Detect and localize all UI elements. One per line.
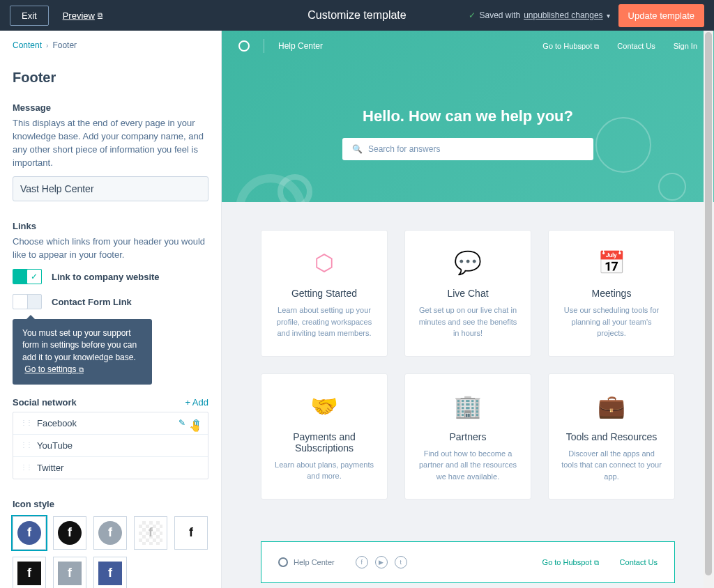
card-desc: Use our scheduling tools for planning al…	[560, 304, 663, 339]
icon-style-option-3[interactable]: f	[93, 516, 127, 550]
card-live-chat[interactable]: 💬 Live Chat Get set up on our live chat …	[404, 230, 531, 357]
toggle-switch-company[interactable]: ✓	[13, 269, 42, 284]
preview-footer: Help Center f ▶ t Go to Hubspot ⧉ Contac…	[261, 541, 675, 583]
go-to-settings-link[interactable]: Go to settings ⧉	[24, 364, 83, 374]
icon-style-option-8[interactable]: f	[93, 557, 127, 588]
preview-link-label: Preview	[63, 10, 95, 21]
contact-form-tooltip: You must set up your support form in set…	[13, 319, 152, 385]
card-desc: Get set up on our live chat in minutes a…	[416, 304, 519, 339]
edit-icon[interactable]: ✎	[178, 418, 185, 428]
list-item[interactable]: ⋮⋮ YouTube	[13, 435, 208, 457]
toggle-company-website: ✓ Link to company website	[13, 269, 208, 284]
toggle-label: Contact Form Link	[52, 297, 132, 307]
breadcrumb-current: Footer	[52, 40, 77, 50]
external-link-icon: ⧉	[594, 559, 599, 566]
nav-sign-in[interactable]: Sign In	[674, 42, 697, 51]
drag-handle-icon[interactable]: ⋮⋮	[20, 421, 31, 425]
breadcrumb: Content › Footer	[13, 40, 208, 50]
social-item-label: Twitter	[37, 463, 63, 473]
drag-handle-icon[interactable]: ⋮⋮	[20, 465, 31, 470]
message-help: This displays at the end of every page i…	[13, 117, 208, 169]
chevron-right-icon: ›	[46, 42, 48, 49]
footer-contact-us[interactable]: Contact Us	[620, 558, 658, 567]
preview-header: Help Center Go to Hubspot ⧉ Contact Us S…	[222, 31, 714, 202]
twitter-icon[interactable]: t	[395, 556, 407, 568]
icon-style-option-6[interactable]: f	[13, 557, 46, 588]
message-input[interactable]	[13, 176, 208, 201]
links-help: Choose which links from your header you …	[13, 235, 208, 262]
message-label: Message	[13, 102, 208, 113]
preview-hero: Hello. How can we help you? 🔍 Search for…	[222, 61, 714, 202]
sprocket-icon	[238, 40, 250, 52]
toggle-switch-contact[interactable]	[13, 294, 42, 309]
card-payments[interactable]: 🤝 Payments and Subscriptions Learn about…	[261, 373, 388, 500]
card-desc: Learn about plans, payments and more.	[273, 459, 376, 482]
card-tools[interactable]: 💼 Tools and Resources Discover all the a…	[548, 373, 675, 500]
card-title: Payments and Subscriptions	[273, 431, 376, 454]
tooltip-text: You must set up your support form in set…	[22, 328, 137, 362]
preview-search[interactable]: 🔍 Search for answers	[342, 138, 593, 160]
youtube-icon[interactable]: ▶	[375, 556, 388, 568]
chevron-down-icon[interactable]: ▾	[607, 12, 610, 20]
saved-prefix: Saved with	[479, 10, 520, 20]
footer-social: f ▶ t	[356, 556, 407, 568]
card-meetings[interactable]: 📅 Meetings Use our scheduling tools for …	[548, 230, 675, 357]
preview-nav: Help Center Go to Hubspot ⧉ Contact Us S…	[222, 31, 714, 61]
briefcase-icon: 💼	[560, 391, 663, 421]
card-title: Meetings	[560, 288, 663, 299]
social-network-list: ⋮⋮ Facebook ✎ 🗑 👆 ⋮⋮ YouTube ⋮⋮ Twitter	[13, 412, 208, 479]
card-desc: Find out how to become a partner and all…	[416, 448, 519, 483]
list-item[interactable]: ⋮⋮ Facebook ✎ 🗑 👆	[13, 412, 208, 435]
social-item-label: YouTube	[37, 440, 73, 451]
template-preview: Help Center Go to Hubspot ⧉ Contact Us S…	[222, 31, 714, 588]
icon-style-option-2[interactable]: f	[53, 516, 86, 550]
icon-style-option-5[interactable]: f	[174, 516, 208, 550]
exit-button[interactable]: Exit	[10, 6, 49, 26]
calendar-icon: 📅	[560, 247, 663, 278]
icon-style-label: Icon style	[13, 499, 208, 509]
sprocket-icon	[278, 557, 288, 567]
check-icon: ✓	[469, 10, 476, 20]
card-title: Live Chat	[416, 288, 519, 299]
card-title: Partners	[416, 431, 519, 442]
chat-icon: 💬	[416, 247, 519, 278]
card-desc: Learn about setting up your profile, cre…	[273, 304, 376, 339]
topbar: Exit Preview ⧉ Customize template ✓ Save…	[0, 0, 714, 31]
breadcrumb-root[interactable]: Content	[13, 40, 42, 50]
cube-icon: ⬡	[273, 247, 376, 278]
external-link-icon: ⧉	[594, 42, 599, 50]
card-partners[interactable]: 🏢 Partners Find out how to become a part…	[404, 373, 531, 500]
card-getting-started[interactable]: ⬡ Getting Started Learn about setting up…	[261, 230, 388, 357]
card-title: Tools and Resources	[560, 431, 663, 442]
handshake-icon: 🤝	[273, 391, 376, 421]
drag-handle-icon[interactable]: ⋮⋮	[20, 443, 31, 447]
preview-logo: Help Center	[238, 39, 323, 53]
page-title: Footer	[13, 70, 208, 86]
unpublished-changes-link[interactable]: unpublished changes	[524, 10, 602, 20]
icon-style-grid: f f f f f f f f	[13, 516, 208, 588]
preview-cards: ⬡ Getting Started Learn about setting up…	[222, 202, 714, 527]
facebook-icon[interactable]: f	[356, 556, 368, 568]
building-icon: 🏢	[416, 391, 519, 421]
list-item[interactable]: ⋮⋮ Twitter	[13, 457, 208, 479]
nav-contact-us[interactable]: Contact Us	[617, 42, 655, 51]
add-social-button[interactable]: + Add	[185, 397, 208, 408]
check-icon: ✓	[26, 269, 42, 284]
update-template-button[interactable]: Update template	[618, 4, 704, 27]
icon-style-option-7[interactable]: f	[53, 557, 86, 588]
external-link-icon: ⧉	[98, 11, 102, 20]
nav-go-hubspot[interactable]: Go to Hubspot ⧉	[542, 42, 599, 51]
page-header-title: Customize template	[307, 9, 406, 22]
save-status[interactable]: ✓ Saved with unpublished changes ▾	[469, 10, 609, 20]
preview-link[interactable]: Preview ⧉	[63, 10, 102, 21]
scrollbar[interactable]	[704, 31, 713, 588]
icon-style-option-4[interactable]: f	[134, 516, 167, 550]
settings-sidebar: Content › Footer Footer Message This dis…	[0, 31, 222, 588]
icon-style-option-1[interactable]: f	[13, 516, 46, 550]
preview-brand: Help Center	[278, 41, 323, 51]
footer-go-hubspot[interactable]: Go to Hubspot ⧉	[542, 558, 599, 567]
external-link-icon: ⧉	[79, 366, 84, 373]
footer-brand: Help Center	[294, 558, 335, 566]
cursor-icon: 👆	[189, 421, 201, 432]
card-desc: Discover all the apps and tools that can…	[560, 448, 663, 483]
